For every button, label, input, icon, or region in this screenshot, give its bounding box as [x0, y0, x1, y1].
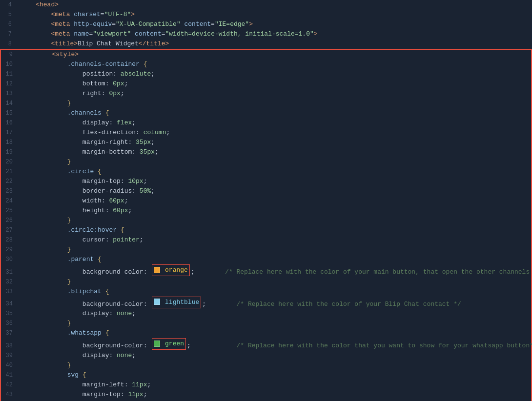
line-33: 33 .blipchat {	[1, 287, 531, 297]
line-35: 35 display: none;	[1, 309, 531, 319]
line-number: 23	[1, 186, 20, 196]
line-22: 22 margin-top: 10px;	[1, 177, 531, 186]
line-number: 11	[1, 69, 20, 79]
line-number: 37	[1, 328, 20, 338]
line-number: 40	[1, 361, 20, 370]
line-number: 8	[0, 39, 19, 49]
lightblue-value: lightblue	[161, 298, 199, 307]
line-content: }	[20, 99, 531, 108]
line-content: margin-left: 11px;	[20, 380, 531, 390]
line-12: 12 bottom: 0px;	[1, 79, 531, 89]
orange-value: orange	[161, 265, 188, 275]
line-content: margin-bottom: 35px;	[20, 147, 531, 157]
line-number: 15	[1, 108, 20, 118]
line-15: 15 .channels {	[1, 108, 531, 118]
line-content: }	[20, 400, 531, 401]
line-content: border-radius: 50%;	[20, 186, 531, 196]
line-39: 39 display: none;	[1, 351, 531, 361]
line-number: 29	[1, 245, 20, 255]
line-number: 41	[1, 370, 20, 380]
line-6: 6 <meta http-equiv="X-UA-Compatible" con…	[0, 20, 532, 29]
line-number: 13	[1, 89, 20, 99]
line-content: background-color: lightblue; /* Replace …	[20, 297, 531, 309]
line-content: .channels {	[20, 108, 531, 118]
line-number: 16	[1, 118, 20, 128]
line-content: .whatsapp {	[20, 328, 531, 338]
line-19: 19 margin-bottom: 35px;	[1, 147, 531, 157]
line-content: background-color: green; /* Replace here…	[20, 338, 532, 351]
line-number: 21	[1, 167, 20, 177]
line-number: 14	[1, 99, 20, 108]
line-4: 4 <head>	[0, 0, 532, 10]
line-content: }	[20, 361, 531, 370]
line-content: height: 60px;	[20, 206, 531, 216]
line-number: 24	[1, 196, 20, 206]
line-number: 12	[1, 79, 20, 89]
orange-comment: /* Replace here with the color of your m…	[225, 268, 532, 276]
line-content: <meta charset="UTF-8">	[19, 10, 532, 20]
line-content: <style>	[20, 50, 531, 60]
line-21: 21 .circle {	[1, 167, 531, 177]
orange-swatch-box: orange	[152, 264, 190, 276]
line-16: 16 display: flex;	[1, 118, 531, 128]
line-content: bottom: 0px;	[20, 79, 531, 89]
orange-swatch	[154, 267, 160, 273]
line-40: 40 }	[1, 361, 531, 370]
code-editor: 4 <head> 5 <meta charset="UTF-8"> 6 <met…	[0, 0, 532, 401]
line-content: <head>	[19, 0, 532, 10]
line-20: 20 }	[1, 157, 531, 167]
line-content: right: 0px;	[20, 89, 531, 99]
lightblue-comment: /* Replace here with the color of your B…	[237, 300, 461, 307]
line-number: 34	[1, 299, 20, 309]
line-number: 19	[1, 147, 20, 157]
line-number: 35	[1, 309, 20, 319]
line-14: 14 }	[1, 99, 531, 108]
line-content: }	[20, 216, 531, 225]
line-29: 29 }	[1, 245, 531, 255]
line-42: 42 margin-left: 11px;	[1, 380, 531, 390]
line-content: cursor: pointer;	[20, 235, 531, 245]
line-10: 10 .channels-container {	[1, 60, 531, 69]
line-number: 6	[0, 20, 19, 29]
line-number: 33	[1, 287, 20, 297]
line-number: 26	[1, 216, 20, 225]
line-37: 37 .whatsapp {	[1, 328, 531, 338]
line-13: 13 right: 0px;	[1, 89, 531, 99]
line-44: 44 }	[1, 400, 531, 401]
line-number: 44	[1, 400, 20, 401]
line-5: 5 <meta charset="UTF-8">	[0, 10, 532, 20]
line-content: <meta name="viewport" content="width=dev…	[19, 29, 532, 39]
line-content: display: none;	[20, 351, 531, 361]
line-number: 22	[1, 177, 20, 186]
line-number: 9	[1, 50, 20, 60]
line-content: }	[20, 157, 531, 167]
line-36: 36 }	[1, 319, 531, 328]
line-number: 7	[0, 29, 19, 39]
green-swatch-box: green	[152, 338, 186, 350]
line-content: }	[20, 277, 531, 287]
line-number: 20	[1, 157, 20, 167]
line-number: 28	[1, 235, 20, 245]
line-content: svg {	[20, 370, 531, 380]
line-number: 39	[1, 351, 20, 361]
line-34: 34 background-color: lightblue; /* Repla…	[1, 297, 531, 309]
line-23: 23 border-radius: 50%;	[1, 186, 531, 196]
line-38: 38 background-color: green; /* Replace h…	[1, 338, 531, 351]
line-11: 11 position: absolute;	[1, 69, 531, 79]
line-number: 42	[1, 380, 20, 390]
line-content: .blipchat {	[20, 287, 531, 297]
line-18: 18 margin-right: 35px;	[1, 138, 531, 147]
line-8: 8 <title>Blip Chat Widget</title>	[0, 39, 532, 49]
line-number: 5	[0, 10, 19, 20]
line-28: 28 cursor: pointer;	[1, 235, 531, 245]
green-comment: /* Replace here with the color that you …	[237, 342, 532, 349]
line-content: margin-right: 35px;	[20, 138, 531, 147]
line-25: 25 height: 60px;	[1, 206, 531, 216]
line-43: 43 margin-top: 11px;	[1, 390, 531, 400]
line-31: 31 background color: orange; /* Replace …	[1, 264, 531, 277]
line-26: 26 }	[1, 216, 531, 225]
line-content: background color: orange; /* Replace her…	[20, 264, 532, 277]
line-32: 32 }	[1, 277, 531, 287]
line-number: 4	[0, 0, 19, 10]
line-content: .circle:hover {	[20, 225, 531, 235]
